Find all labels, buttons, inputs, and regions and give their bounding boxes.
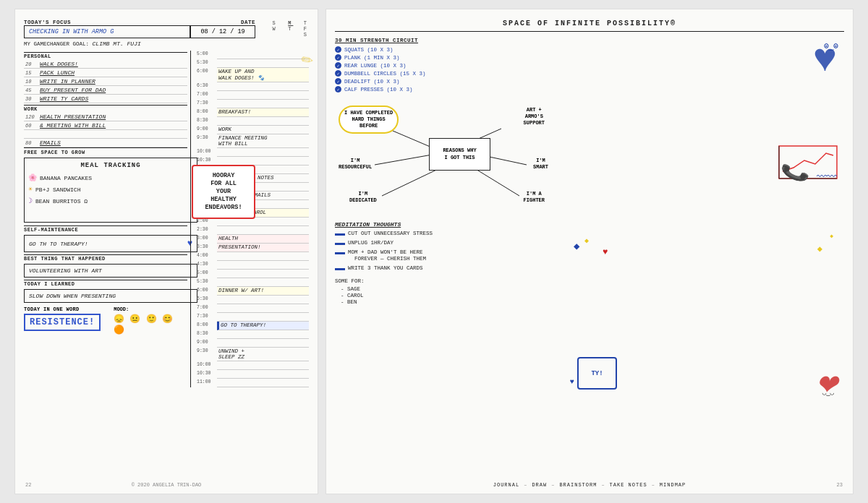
- exercise-item: ✓DEADLIFT (10 x 3): [335, 78, 559, 85]
- exercise-item: ✓CALF PRESSES (10 x 3): [335, 86, 559, 93]
- time-slot: 8:30: [194, 117, 309, 126]
- best-thing-header: BEST THING THAT HAPPENED: [24, 254, 187, 262]
- hooray-box: HOORAYFOR ALLYOURHEALTHYENDEAVORS!: [192, 165, 255, 219]
- doodle-heart-small: ♥: [570, 378, 574, 386]
- exercise-item: ✓PLANK (1 MIN x 3): [335, 54, 559, 61]
- meditation-title: MEDITATION THOUGHTS: [335, 221, 559, 228]
- work-section-header: WORK: [24, 105, 187, 113]
- doodle-ty-card: TY!: [577, 357, 617, 390]
- best-thing-value: VOLUNTEERING WITH ART: [29, 267, 102, 274]
- time-slot: 6:30: [194, 82, 309, 91]
- time-slot: 3:00HEALTH: [194, 235, 309, 244]
- time-slot: 9:30FINANCE MEETINGWITH BILL: [194, 134, 309, 148]
- meal-tracking-title: MEAL TRACKING: [28, 162, 193, 169]
- time-slot: 4:30: [194, 261, 309, 270]
- free-space-header: FREE SPACE TO GROW: [24, 147, 187, 155]
- meal-icon-lunch: ☀: [28, 185, 33, 194]
- today-learned-value: SLOW DOWN WHEN PRESENTING: [29, 293, 116, 299]
- time-slot: 7:30: [194, 313, 309, 322]
- focus-label: TODAY'S FOCUS: [24, 20, 190, 25]
- time-slot: 6:00WAKE UP ANDWALK DOGES! 🐾: [194, 68, 309, 82]
- time-slot: 3:30PRESENTATION!: [194, 244, 309, 252]
- bottom-row: TODAY IN ONE WORD RESISTENCE! MOOD: 😞 😐 …: [24, 306, 187, 335]
- med-dash: [335, 268, 345, 270]
- doodle-red-face: ◡‿◡: [822, 389, 834, 397]
- mind-map-node-dedicated: I'MDEDICATED: [349, 191, 377, 204]
- days-row: S M T W T F S: [261, 20, 309, 38]
- date-value: 08 / 12 / 19: [190, 25, 255, 38]
- time-slot: 10:00: [194, 148, 309, 157]
- task-row: 80EMAILS: [24, 139, 187, 147]
- check-circle: ✓: [335, 62, 341, 69]
- personal-section-header: PERSONAL: [24, 52, 187, 60]
- time-slot: 6:30: [194, 296, 309, 304]
- task-row: [24, 130, 187, 139]
- meal-tracking-box: MEAL TRACKING 🌸 BANANA PANCAKES ☀ PB+J S…: [24, 158, 197, 223]
- exercise-item: ✓SQUATS (10 x 3): [335, 46, 559, 53]
- task-row: 30WRITE TY CARDS: [24, 95, 187, 103]
- some-for-sage: SAGE: [341, 286, 559, 292]
- meditation-section: MEDITATION THOUGHTS CUT OUT UNNECESSARY …: [335, 221, 559, 272]
- meditation-item: UNPLUG 1HR/DAY: [335, 240, 559, 247]
- time-slot: 8:00BREAKFAST!: [194, 108, 309, 117]
- check-circle: ✓: [335, 54, 341, 61]
- time-slot: 6:00DINNER W/ ART!: [194, 287, 309, 296]
- time-slot: 4:00: [194, 252, 309, 261]
- footer-draw: DRAW: [532, 482, 547, 488]
- doodle-squiggle: 〰〰: [817, 171, 837, 183]
- left-page-num: 22: [25, 482, 31, 488]
- meditation-item: MOM + DAD WON'T BE HERE FOREVER — CHERIS…: [335, 249, 559, 264]
- doodle-diamond-yellow: ◆: [584, 236, 589, 245]
- mind-map-node-art: ART +ARMO'SSUPPORT: [524, 107, 545, 126]
- right-footer: JOURNAL – DRAW – BRAINSTORM – TAKE NOTES…: [326, 482, 853, 488]
- footer-mindmap: MINDMAP: [660, 482, 686, 488]
- self-maintenance-header: SELF-MAINTENANCE: [24, 225, 187, 233]
- time-slot: 2:30: [194, 226, 309, 235]
- footer-brainstorm: BRAINSTORM: [559, 482, 597, 488]
- doodle-diamond-blue: ◆: [574, 240, 579, 252]
- mind-map-area: REASONS WHYI GOT THIS I HAVE COMPLETEDHA…: [335, 98, 559, 218]
- mood-label: MOOD:: [114, 306, 187, 312]
- check-circle: ✓: [335, 78, 341, 85]
- goal-row: MY GAMECHANGER GOAL: CLIMB MT. FUJI: [24, 40, 309, 47]
- time-slot: 9:00WORK: [194, 126, 309, 134]
- exercise-item: ✓REAR LUNGE (10 x 3): [335, 62, 559, 69]
- task-row: 10WRITE IN PLANNER: [24, 77, 187, 86]
- time-slot: 8:30: [194, 330, 309, 339]
- task-row: 60& MEETING WITH BILL: [24, 121, 187, 130]
- meditation-item: WRITE 3 THANK YOU CARDS: [335, 265, 559, 272]
- meditation-item: CUT OUT UNNECESSARY STRESS: [335, 231, 559, 238]
- time-slot: 11:00: [194, 379, 309, 387]
- today-learned-header: TODAY I LEARNED: [24, 280, 187, 288]
- focus-value: CHECKING IN WITH ARMO G: [24, 25, 190, 38]
- right-doodle-col: ♥ ⊙‿⊙ 📞 ◆ ◆ ◆ ◆: [566, 38, 844, 462]
- strength-section: 30 MIN STRENGTH CIRCUIT ✓SQUATS (10 x 3)…: [335, 38, 559, 93]
- time-slot: 5:00: [194, 270, 309, 278]
- date-label: DATE: [190, 20, 255, 25]
- right-page-num: 23: [837, 482, 843, 488]
- mind-map-node-resourceful: I'MRESOURCEFUL: [339, 158, 372, 171]
- exercise-item: ✓DUMBBELL CIRCLES (15 x 3): [335, 70, 559, 77]
- task-row: 20WALK DOGES!: [24, 60, 187, 69]
- some-for-ben: BEN: [341, 299, 559, 305]
- today-learned-box: SLOW DOWN WHEN PRESENTING: [24, 289, 197, 303]
- med-dash: [335, 243, 345, 245]
- right-page: SPACE OF INFINITE POSSIBILITY® 30 MIN ST…: [326, 9, 854, 494]
- doodle-heart-red: ❤: [816, 361, 837, 404]
- page-spread: TODAY'S FOCUS CHECKING IN WITH ARMO G DA…: [14, 9, 854, 494]
- task-row: 15PACK LUNCH: [24, 69, 187, 77]
- check-circle: ✓: [335, 70, 341, 77]
- med-dash: [335, 233, 345, 236]
- time-slot: 10:00: [194, 361, 309, 370]
- word-value: RESISTENCE!: [24, 314, 101, 331]
- mind-map-node-smart: I'MSMART: [533, 158, 548, 171]
- time-slot: 7:00: [194, 91, 309, 100]
- med-dash: [335, 252, 345, 254]
- mind-map-bubble: I HAVE COMPLETEDHARD THINGSBEFORE: [339, 106, 399, 134]
- word-label: TODAY IN ONE WORD: [24, 306, 101, 312]
- mood-emojis: 😞 😐 🙂 😊 🟠: [114, 314, 187, 335]
- task-row: 45BUY PRESENT FOR DAD: [24, 86, 187, 95]
- time-slot: 5:30: [194, 59, 309, 68]
- time-slot: 7:30: [194, 100, 309, 108]
- check-circle: ✓: [335, 46, 341, 53]
